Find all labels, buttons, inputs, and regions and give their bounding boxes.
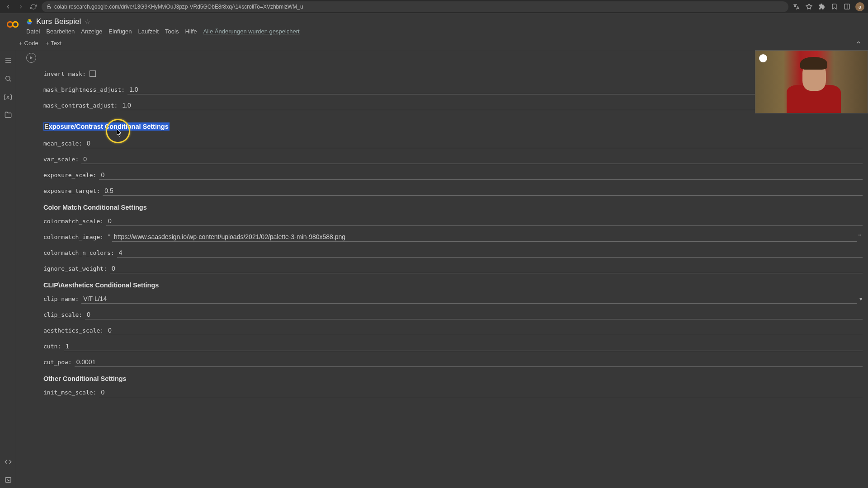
section-exposure-heading: Exposure/Contrast Conditional Settings: [43, 122, 170, 131]
svg-rect-14: [5, 478, 11, 483]
clip-name-select[interactable]: [81, 294, 857, 304]
cutn-row: cutn:: [43, 340, 863, 352]
ignore-sat-weight-input[interactable]: [110, 264, 863, 273]
aesthetics-scale-row: aesthetics_scale:: [43, 324, 863, 336]
star-icon[interactable]: [805, 3, 813, 11]
menu-bar: Datei Bearbeiten Anzeige Einfügen Laufze…: [26, 28, 862, 38]
webcam-overlay: [755, 50, 868, 113]
svg-rect-0: [47, 6, 51, 9]
run-cell-button[interactable]: [26, 53, 36, 63]
menu-bearbeiten[interactable]: Bearbeiten: [46, 28, 75, 35]
menu-laufzeit[interactable]: Laufzeit: [138, 28, 159, 35]
svg-rect-2: [844, 4, 849, 9]
menu-datei[interactable]: Datei: [26, 28, 40, 35]
colormatch-n-colors-input[interactable]: [117, 248, 863, 258]
webcam-watermark-icon: [759, 54, 767, 62]
cut-pow-label: cut_pow:: [43, 359, 75, 366]
mean-scale-label: mean_scale:: [43, 140, 85, 147]
address-bar[interactable]: colab.research.google.com/drive/13G9KHyM…: [42, 1, 788, 12]
cut-pow-row: cut_pow:: [43, 356, 863, 368]
svg-marker-1: [806, 4, 812, 9]
code-snippets-icon[interactable]: [4, 458, 12, 466]
svg-marker-16: [30, 56, 33, 60]
profile-avatar[interactable]: a: [855, 2, 864, 11]
variables-icon[interactable]: {x}: [4, 93, 12, 101]
init-mse-scale-row: init_mse_scale:: [43, 386, 863, 398]
invert-mask-label: invert_mask:: [43, 70, 89, 77]
left-sidebar: {x}: [0, 50, 16, 488]
colormatch-image-input[interactable]: [112, 232, 857, 242]
drive-doc-icon: [26, 19, 33, 25]
add-text-button[interactable]: +Text: [46, 40, 61, 47]
colormatch-n-colors-row: colormatch_n_colors:: [43, 247, 863, 258]
insert-toolbar: +Code +Text: [0, 38, 868, 50]
var-scale-row: var_scale:: [43, 153, 863, 165]
add-code-button[interactable]: +Code: [19, 40, 38, 47]
menu-einfuegen[interactable]: Einfügen: [108, 28, 132, 35]
reload-button[interactable]: [29, 2, 38, 11]
toc-icon[interactable]: [4, 56, 12, 65]
aesthetics-scale-input[interactable]: [106, 326, 863, 335]
bookmark-icon[interactable]: [830, 3, 838, 11]
exposure-target-row: exposure_target:: [43, 185, 863, 197]
svg-point-5: [13, 22, 18, 27]
colormatch-n-colors-label: colormatch_n_colors:: [43, 249, 117, 256]
mask-contrast-input[interactable]: [120, 101, 863, 110]
star-document-icon[interactable]: ☆: [85, 18, 90, 25]
collapse-icon[interactable]: [855, 40, 862, 47]
browser-toolbar: colab.research.google.com/drive/13G9KHyM…: [0, 0, 868, 14]
colormatch-scale-label: colormatch_scale:: [43, 218, 106, 225]
section-other-heading: Other Conditional Settings: [43, 375, 863, 382]
close-quote: ": [857, 233, 863, 240]
sidepanel-icon[interactable]: [843, 3, 851, 11]
notebook-content[interactable]: ⋮ invert_mask: mask_brightness_adjust: m…: [16, 50, 868, 488]
exposure-scale-input[interactable]: [99, 170, 863, 180]
svg-point-4: [7, 22, 13, 27]
menu-tools[interactable]: Tools: [165, 28, 179, 35]
mask-contrast-label: mask_contrast_adjust:: [43, 102, 120, 109]
cutn-input[interactable]: [64, 342, 863, 351]
colab-logo-icon: [6, 18, 19, 31]
clip-scale-label: clip_scale:: [43, 311, 85, 318]
exposure-target-input[interactable]: [103, 186, 863, 196]
init-mse-scale-input[interactable]: [99, 388, 863, 397]
colormatch-scale-input[interactable]: [106, 216, 863, 226]
chevron-down-icon[interactable]: ▾: [859, 296, 863, 302]
init-mse-scale-label: init_mse_scale:: [43, 389, 99, 396]
cutn-label: cutn:: [43, 343, 64, 350]
document-title[interactable]: Kurs Beispiel: [36, 17, 81, 26]
translate-icon[interactable]: [792, 3, 800, 11]
clip-scale-input[interactable]: [85, 310, 863, 319]
forward-button[interactable]: [16, 2, 25, 11]
cut-pow-input[interactable]: [75, 357, 863, 367]
colormatch-image-row: colormatch_image: " ": [43, 231, 863, 243]
exposure-scale-row: exposure_scale:: [43, 169, 863, 181]
search-icon[interactable]: [4, 75, 12, 83]
save-status[interactable]: Alle Änderungen wurden gespeichert: [203, 28, 299, 35]
aesthetics-scale-label: aesthetics_scale:: [43, 327, 106, 334]
section-clip-heading: CLIP\Aesthetics Conditional Settings: [43, 282, 863, 289]
ignore-sat-weight-label: ignore_sat_weight:: [43, 265, 110, 272]
ignore-sat-weight-row: ignore_sat_weight:: [43, 263, 863, 274]
colab-header: Kurs Beispiel ☆ Datei Bearbeiten Anzeige…: [0, 14, 868, 38]
extensions-icon[interactable]: [817, 3, 826, 11]
section-colormatch-heading: Color Match Conditional Settings: [43, 204, 863, 211]
files-icon[interactable]: [4, 111, 12, 119]
terminal-icon[interactable]: [4, 476, 12, 484]
clip-name-label: clip_name:: [43, 296, 81, 302]
menu-hilfe[interactable]: Hilfe: [185, 28, 197, 35]
back-button[interactable]: [4, 2, 13, 11]
menu-anzeige[interactable]: Anzeige: [81, 28, 102, 35]
var-scale-input[interactable]: [81, 155, 863, 164]
mask-contrast-row: mask_contrast_adjust:: [43, 99, 863, 111]
mean-scale-input[interactable]: [85, 139, 863, 148]
mask-brightness-input[interactable]: [127, 85, 863, 94]
colormatch-image-label: colormatch_image:: [43, 234, 106, 240]
var-scale-label: var_scale:: [43, 156, 81, 163]
mask-brightness-row: mask_brightness_adjust:: [43, 84, 863, 95]
exposure-scale-label: exposure_scale:: [43, 172, 99, 178]
invert-mask-checkbox[interactable]: [90, 70, 96, 77]
svg-line-13: [9, 80, 11, 81]
invert-mask-row: invert_mask:: [43, 68, 863, 80]
clip-scale-row: clip_scale:: [43, 309, 863, 320]
